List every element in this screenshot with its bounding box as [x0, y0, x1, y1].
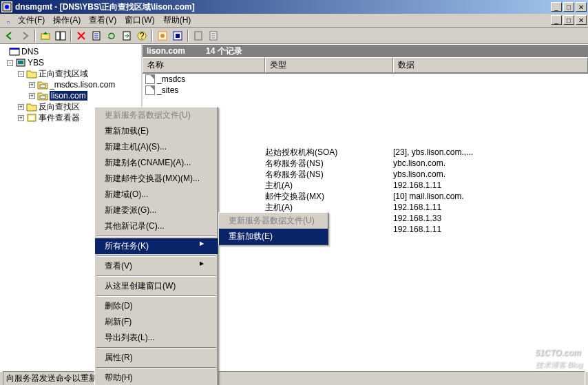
mdi-icon — [3, 15, 14, 26]
ctx-new-window[interactable]: 从这里创建窗口(W) — [95, 278, 218, 294]
list-item: _sites — [143, 85, 588, 96]
tree-reverse-zone[interactable]: 反向查找区 — [39, 101, 80, 113]
list-header: lison.com 14 个记录 — [143, 45, 588, 57]
zone-icon — [37, 90, 48, 101]
content-area: DNS -YBS -正向查找区域 +_msdcs.lison.com +liso… — [0, 44, 588, 371]
status-text: 向服务器发送命令以重新加载此区域。 — [3, 371, 585, 385]
tree-event-viewer[interactable]: 事件查看器 — [39, 112, 80, 124]
tool-icon-1[interactable] — [156, 29, 169, 43]
properties-button[interactable] — [90, 29, 103, 43]
ctx-refresh[interactable]: 刷新(F) — [95, 314, 218, 330]
ctx-other-record[interactable]: 其他新记录(C)... — [95, 218, 218, 234]
menu-action[interactable]: 操作(A) — [49, 13, 85, 28]
minimize-button[interactable]: _ — [551, 2, 562, 12]
expand-icon[interactable]: + — [18, 104, 24, 110]
tool-icon-4[interactable] — [207, 29, 220, 43]
mdi-close-button[interactable]: ✕ — [576, 15, 587, 25]
up-button[interactable] — [39, 29, 52, 43]
svg-rect-14 — [176, 34, 180, 38]
expand-icon[interactable]: - — [7, 60, 13, 66]
ctx-new-cname[interactable]: 新建别名(CNAME)(A)... — [95, 155, 218, 171]
ctx-export[interactable]: 导出列表(L)... — [95, 330, 218, 346]
zone-icon — [37, 79, 48, 90]
svg-rect-22 — [40, 96, 45, 98]
mdi-restore-button[interactable]: □ — [563, 15, 574, 25]
sub-update-server-file[interactable]: 更新服务器数据文件(U) — [219, 213, 328, 229]
menu-separator — [96, 236, 216, 237]
menu-separator — [96, 367, 216, 368]
ctx-new-host[interactable]: 新建主机(A)(S)... — [95, 139, 218, 155]
folder-record-icon — [145, 85, 155, 95]
menu-separator — [96, 256, 216, 257]
sub-reload[interactable]: 重新加载(E) — [219, 229, 328, 244]
ctx-new-domain[interactable]: 新建域(O)... — [95, 187, 218, 202]
ctx-new-mx[interactable]: 新建邮件交换器(MX)(M)... — [95, 171, 218, 187]
expand-icon[interactable]: - — [18, 71, 24, 77]
folder-record-icon — [145, 74, 155, 84]
server-icon — [15, 57, 26, 68]
tree-msdcs-zone[interactable]: _msdcs.lison.com — [50, 80, 115, 90]
maximize-button[interactable]: □ — [563, 2, 574, 12]
tree-server[interactable]: YBS — [28, 58, 44, 67]
svg-rect-18 — [10, 48, 19, 50]
svg-text:?: ? — [140, 31, 145, 41]
tool-icon-2[interactable] — [171, 29, 185, 43]
svg-point-12 — [160, 34, 165, 38]
col-data[interactable]: 数据 — [393, 57, 588, 73]
folder-icon — [26, 101, 37, 112]
menu-separator — [96, 275, 216, 277]
ctx-delete[interactable]: 删除(D) — [95, 298, 218, 314]
menu-view[interactable]: 查看(V) — [85, 13, 120, 28]
column-headers: 名称 类型 数据 — [143, 57, 588, 74]
svg-rect-15 — [195, 32, 202, 40]
expand-icon[interactable]: + — [29, 93, 35, 99]
menu-bar: 文件(F) 操作(A) 查看(V) 窗口(W) 帮助(H) _ □ ✕ — [0, 14, 588, 28]
title-bar: dnsmgmt - [DNS\YBS\正向查找区域\lison.com] _ □… — [0, 0, 588, 14]
refresh-button[interactable] — [105, 29, 118, 43]
list-header-count: 14 个记录 — [206, 45, 242, 57]
menu-separator — [96, 347, 216, 348]
dns-root-icon — [9, 46, 20, 57]
ctx-help[interactable]: 帮助(H) — [95, 370, 218, 385]
menu-window[interactable]: 窗口(W) — [120, 13, 158, 28]
svg-rect-5 — [56, 32, 60, 40]
delete-button[interactable] — [74, 29, 88, 43]
tool-icon-3[interactable] — [191, 29, 205, 43]
ctx-reload[interactable]: 重新加载(E) — [95, 123, 218, 139]
ctx-update-server-file[interactable]: 更新服务器数据文件(U) — [95, 107, 218, 123]
ctx-view[interactable]: 查看(V) — [95, 258, 218, 274]
col-type[interactable]: 类型 — [265, 57, 393, 73]
window-title: dnsmgmt - [DNS\YBS\正向查找区域\lison.com] — [15, 1, 549, 13]
app-icon — [1, 1, 12, 12]
help-button[interactable]: ? — [135, 29, 149, 43]
close-button[interactable]: ✕ — [576, 2, 587, 12]
tree-root[interactable]: DNS — [21, 47, 39, 56]
svg-rect-21 — [40, 85, 45, 87]
event-viewer-icon — [26, 112, 37, 123]
list-header-zone: lison.com — [147, 46, 185, 56]
show-hide-button[interactable] — [54, 29, 67, 43]
ctx-properties[interactable]: 属性(R) — [95, 350, 218, 366]
svg-rect-20 — [18, 61, 23, 64]
expand-icon[interactable]: + — [18, 115, 24, 121]
mdi-minimize-button[interactable]: _ — [551, 15, 562, 25]
folder-icon — [26, 68, 37, 79]
back-button[interactable] — [3, 29, 17, 43]
svg-point-1 — [5, 5, 9, 9]
menu-separator — [96, 295, 216, 297]
context-menu[interactable]: 更新服务器数据文件(U) 重新加载(E) 新建主机(A)(S)... 新建别名(… — [94, 107, 218, 385]
ctx-all-tasks[interactable]: 所有任务(K) — [95, 238, 218, 254]
ctx-new-delegation[interactable]: 新建委派(G)... — [95, 202, 218, 218]
forward-button[interactable] — [18, 29, 32, 43]
tree-lison-zone[interactable]: lison.com — [50, 91, 87, 101]
context-submenu[interactable]: 更新服务器数据文件(U) 重新加载(E) — [218, 212, 328, 245]
tree-forward-zone[interactable]: 正向查找区域 — [39, 68, 88, 80]
expand-icon[interactable]: + — [29, 82, 35, 88]
menu-file[interactable]: 文件(F) — [14, 13, 49, 28]
col-name[interactable]: 名称 — [143, 57, 265, 73]
toolbar: ? — [0, 28, 588, 44]
export-button[interactable] — [120, 29, 134, 43]
status-bar: 向服务器发送命令以重新加载此区域。 — [0, 371, 588, 385]
menu-help[interactable]: 帮助(H) — [159, 13, 196, 28]
svg-rect-3 — [7, 21, 10, 22]
